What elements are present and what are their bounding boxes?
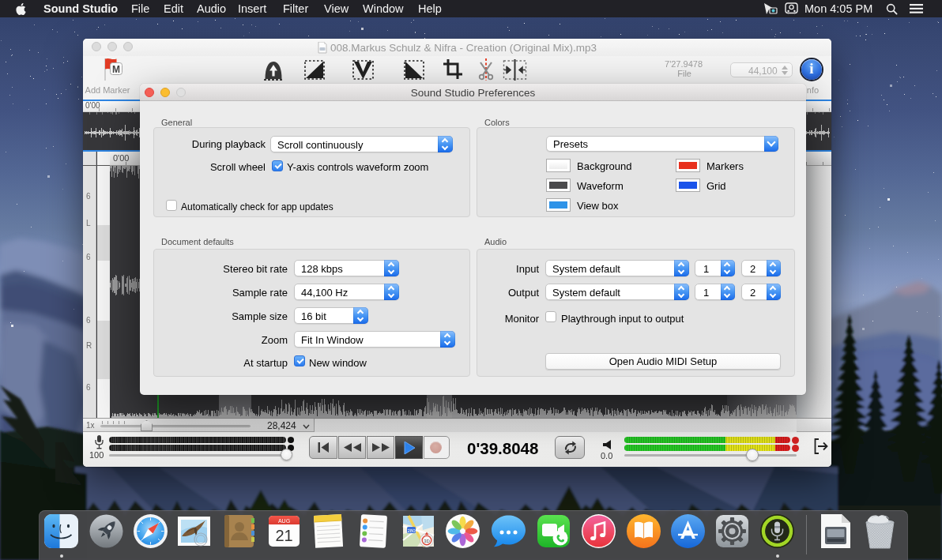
- svg-text:21: 21: [275, 527, 292, 544]
- svg-text:AUG: AUG: [278, 518, 290, 524]
- svg-text:M: M: [112, 64, 120, 75]
- svg-text:280: 280: [407, 528, 416, 533]
- svg-text:3D: 3D: [424, 539, 430, 543]
